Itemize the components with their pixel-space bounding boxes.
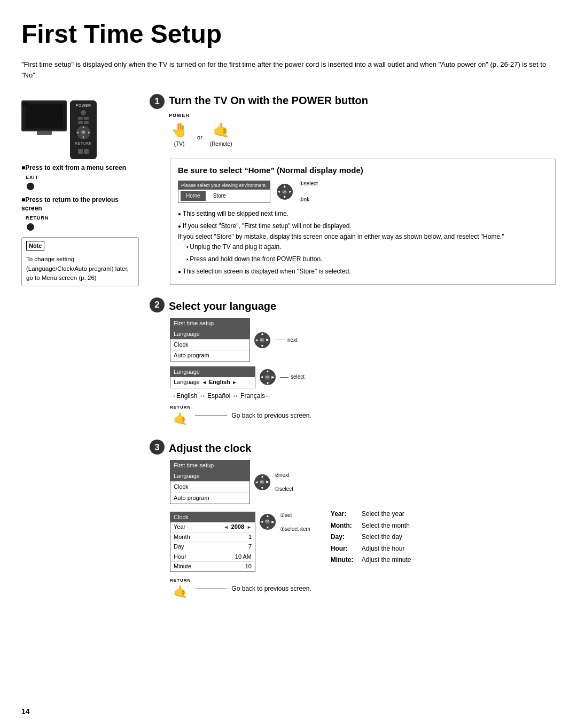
step-3: 3 Adjust the clock First time setup Lang… (150, 439, 556, 600)
press-return-title: ■Press to return to the previous screen (21, 195, 139, 214)
info-day-desc: Select the day (362, 531, 402, 543)
step2-autoprogram-row: Auto program (170, 350, 249, 361)
clock-hour-label: Hour (174, 553, 186, 561)
sub-bullet-1: Unplug the TV and plug it again. (186, 242, 548, 252)
press-return-note: ■Press to return to the previous screen … (21, 195, 139, 231)
sub-bullet-2: Press and hold down the front POWER butt… (186, 254, 548, 264)
step-1: 1 Turn the TV On with the POWER button P… (150, 93, 556, 285)
step2-first-menu: First time setup Language Clock Auto pro… (170, 318, 250, 362)
return-label-left: RETURN (26, 215, 139, 222)
exit-label: EXIT (26, 174, 139, 181)
lang-menu-row: Language ◄ English ► (170, 377, 255, 387)
step2-menu-header: First time setup (170, 318, 249, 328)
step2-go-back: Go back to previous screen. (231, 411, 311, 420)
page-title: First Time Setup (21, 16, 556, 52)
clock-day-row: Day 7 (170, 542, 255, 552)
bullet-2: If you select "Store", "First time setup… (178, 221, 548, 264)
clock-month-row: Month 1 (170, 533, 255, 542)
step2-next-label: next (287, 336, 298, 344)
press-exit-note: ■Press to exit from a menu screen EXIT (21, 163, 139, 190)
clock-minute-row: Minute 10 (170, 562, 255, 572)
step3-return-area: RETURN 🤙 Go back to previous screen. (170, 577, 556, 600)
info-month: Month: Select the month (331, 520, 411, 532)
menu-home: Home (181, 191, 206, 201)
info-minute-desc: Adjust the minute (362, 554, 411, 566)
clock-day-label: Day (174, 543, 184, 551)
step3-set-label: ②set (280, 512, 310, 519)
clock-minute-label: Minute (174, 562, 191, 570)
left-column: or POWER (21, 93, 139, 612)
step2-return-label: RETURN (170, 404, 191, 410)
step3-return-hand: 🤙 (173, 584, 188, 600)
clock-hour-row: Hour 10 AM (170, 552, 255, 562)
step3-menu-header: First time setup (170, 460, 249, 471)
info-month-label: Month: (331, 520, 358, 532)
note-title: Note (26, 241, 44, 251)
info-day-label: Day: (331, 531, 358, 543)
step3-next-label: ②next (275, 472, 293, 479)
right-column: 1 Turn the TV On with the POWER button P… (150, 93, 556, 612)
clock-year-row: Year ◄ 2008 ► (170, 522, 255, 532)
clock-hour-value: 10 AM (235, 553, 252, 561)
power-hand-icon: 🤚 (171, 120, 188, 139)
step2-language-row: Language (170, 329, 249, 340)
step3-autoprogram-row: Auto program (170, 493, 249, 504)
step3-go-back: Go back to previous screen. (231, 584, 311, 593)
step3-first-menu: First time setup Language Clock Auto pro… (170, 460, 250, 504)
page-number: 14 (21, 707, 30, 717)
home-store-box: Be sure to select “Home” (Normal display… (170, 159, 556, 285)
step-2: 2 Select your language First time setup … (150, 296, 556, 427)
note-text: To change setting (Language/Clock/Auto p… (26, 255, 134, 283)
bullet-3: This selection screen is displayed when … (178, 267, 548, 277)
step2-return-hand: 🤙 (173, 411, 188, 427)
info-month-desc: Select the month (362, 520, 410, 532)
info-year-label: Year: (331, 508, 358, 520)
lang-menu-header: Language (170, 367, 255, 377)
step3-select-item-label: ①select item (280, 526, 310, 533)
clock-month-value: 1 (248, 533, 252, 541)
info-year-desc: Select the year (362, 508, 404, 520)
or-label-tv: or (22, 100, 27, 108)
step3-return-label: RETURN (170, 577, 191, 583)
lang-value: English (209, 378, 230, 386)
step2-lang-dpad: ▲ ◄ OK ► ▼ (260, 369, 276, 385)
info-minute-label: Minute: (331, 554, 358, 566)
press-exit-title: ■Press to exit from a menu screen (21, 163, 139, 173)
step2-clock-row: Clock (170, 340, 249, 350)
or-text-step1: or (197, 134, 202, 142)
clock-day-value: 7 (248, 543, 252, 551)
info-hour: Hour: Adjust the hour (331, 543, 411, 555)
info-hour-label: Hour: (331, 543, 358, 555)
step1-bullets: This setting will be skipped next time. … (178, 209, 548, 277)
home-store-menu-screen: Please select your viewing environment. … (178, 181, 270, 203)
bullet-1: This setting will be skipped next time. (178, 209, 548, 219)
step2-return-area: RETURN 🤙 Go back to previous screen. (170, 404, 556, 427)
step3-clock-row-hl: Clock (170, 482, 249, 492)
step-1-number: 1 (150, 94, 165, 109)
step3-language-row-hl: Language (170, 471, 249, 482)
lang-cycle: →English ↔ Español ↔ Français← (170, 392, 556, 401)
step3-info-panel: Year: Select the year Month: Select the … (331, 508, 411, 566)
step3-dpad-1: ▲ ◄ OK ► ▼ (254, 474, 270, 490)
select-annotation-1: ①select (299, 180, 318, 187)
step2-lang-menu: Language Language ◄ English ► (170, 366, 255, 388)
lang-label: Language (174, 378, 200, 386)
info-minute: Minute: Adjust the minute (331, 554, 411, 566)
step-3-number: 3 (150, 440, 165, 455)
step-2-title: Select your language (169, 296, 276, 314)
remote-label: (Remote) (210, 140, 232, 148)
info-hour-desc: Adjust the hour (362, 543, 405, 555)
clock-header: Clock (170, 512, 255, 522)
clock-year-label: Year (174, 523, 185, 531)
step-3-title: Adjust the clock (169, 439, 251, 456)
step2-select-label: select (291, 373, 305, 381)
sub-bullets: Unplug the TV and plug it again. Press a… (178, 242, 548, 264)
step-1-title: Turn the TV On with the POWER button (169, 93, 368, 108)
menu-bar: Please select your viewing environment. (178, 181, 270, 190)
info-day: Day: Select the day (331, 531, 411, 543)
step-2-number: 2 (150, 298, 165, 312)
info-year: Year: Select the year (331, 508, 411, 520)
clock-year-value: 2008 (231, 523, 244, 531)
ok-annotation-1: ②ok (299, 196, 318, 203)
power-label: POWER (169, 112, 190, 119)
